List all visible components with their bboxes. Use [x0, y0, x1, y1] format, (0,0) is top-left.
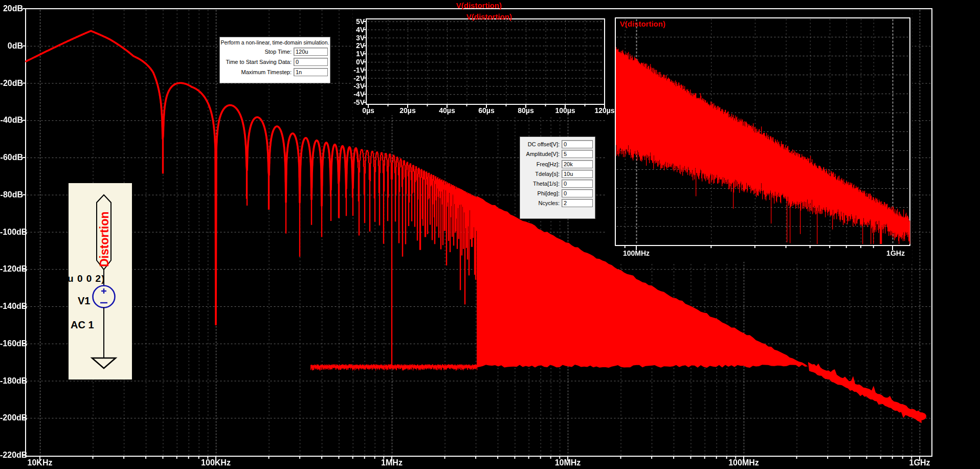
net-label-distortion[interactable]: Distortion: [98, 211, 111, 267]
sine-field-label: Freq[Hz]:: [520, 161, 562, 167]
time-inset-x-label: 20µs: [390, 106, 425, 115]
time-inset-x-label: 0µs: [351, 106, 386, 115]
main-x-axis-label: 1GHz: [897, 458, 943, 467]
time-inset-x-label: 120µs: [587, 106, 622, 115]
time-inset-x-label: 40µs: [430, 106, 464, 115]
sine-field-row: DC offset[V]:: [520, 140, 595, 148]
ac-spec-text[interactable]: AC 1: [71, 319, 94, 330]
time-inset-y-label: 3V: [338, 34, 365, 42]
time-inset-y-label: -1V: [338, 66, 365, 74]
sine-field-label: Theta[1/s]:: [520, 181, 562, 187]
rf-inset-trace-title[interactable]: V(distortion): [620, 19, 665, 28]
main-y-axis-label: -60dB: [0, 153, 23, 162]
time-inset-y-label: -5V: [338, 98, 365, 106]
rf-inset-x-label: 1GHz: [878, 249, 914, 257]
transient-field-label: Stop Time:: [220, 49, 294, 55]
designator-v1[interactable]: V1: [78, 295, 90, 306]
sine-field-label: Phi[deg]:: [520, 190, 562, 196]
transient-dialog[interactable]: Perform a non-linear, time-domain simula…: [219, 37, 330, 83]
time-inset-y-label: -4V: [338, 90, 365, 98]
time-inset-y-label: 1V: [338, 50, 365, 58]
sine-field-row: Ncycles:: [520, 199, 595, 207]
main-y-axis-label: -120dB: [0, 264, 23, 274]
sine-field-row: Tdelay[s]:: [520, 170, 595, 178]
time-inset-x-label: 60µs: [469, 106, 504, 115]
main-y-axis-label: -180dB: [0, 376, 23, 386]
transient-dialog-title: Perform a non-linear, time-domain simula…: [220, 39, 330, 46]
ground-symbol[interactable]: [92, 358, 116, 368]
transient-field-input[interactable]: [294, 58, 328, 66]
main-y-axis-label: -140dB: [0, 302, 23, 311]
schematic-canvas: Distortion V1 u 0 0 2) AC 1: [69, 183, 132, 379]
main-trace-title[interactable]: V(distortion): [456, 1, 502, 10]
ltspice-window: { "app": {"background": "#000000"}, "col…: [0, 0, 980, 469]
sine-field-row: Phi[deg]:: [520, 189, 595, 197]
transient-field-input[interactable]: [294, 48, 328, 56]
transient-field-label: Time to Start Saving Data:: [220, 59, 294, 65]
transient-field-row: Stop Time:: [220, 48, 330, 56]
sine-source-dialog[interactable]: DC offset[V]:Amplitude[V]:Freq[Hz]:Tdela…: [520, 137, 595, 219]
main-y-axis-label: -100dB: [0, 228, 23, 237]
sine-field-input[interactable]: [562, 180, 593, 188]
main-x-axis-label: 10KHz: [17, 458, 63, 467]
main-x-axis-label: 100MHz: [721, 458, 767, 467]
sine-field-label: Tdelay[s]:: [520, 171, 562, 177]
sine-field-input[interactable]: [562, 189, 593, 197]
time-inset-trace-title[interactable]: V(distortion): [466, 12, 512, 21]
transient-field-label: Maximum Timestep:: [220, 69, 294, 75]
sine-field-row: Amplitude[V]:: [520, 150, 595, 158]
waveform-plot-pane[interactable]: [0, 0, 980, 469]
transient-field-input[interactable]: [294, 68, 328, 76]
sine-field-label: Amplitude[V]:: [520, 151, 562, 157]
main-y-axis-label: -20dB: [0, 79, 23, 88]
main-y-axis-label: -80dB: [0, 190, 23, 199]
sine-field-input[interactable]: [562, 140, 593, 148]
time-inset-y-label: -2V: [338, 74, 365, 82]
main-y-axis-label: -40dB: [0, 116, 23, 125]
sine-field-input[interactable]: [562, 170, 593, 178]
sine-field-input[interactable]: [562, 199, 593, 207]
sine-field-row: Theta[1/s]:: [520, 180, 595, 188]
time-inset-y-label: -3V: [338, 82, 365, 90]
spice-directive-fragment[interactable]: u 0 0 2): [69, 273, 105, 284]
sine-field-label: Ncycles:: [520, 200, 562, 206]
main-y-axis-label: 0dB: [0, 41, 23, 51]
time-inset-x-label: 100µs: [548, 106, 583, 115]
main-x-axis-label: 100KHz: [193, 458, 239, 467]
main-y-axis-label: 20dB: [0, 4, 23, 13]
time-inset-y-label: 2V: [338, 41, 365, 50]
time-inset-y-label: 4V: [338, 26, 365, 34]
sine-field-row: Freq[Hz]:: [520, 160, 595, 168]
main-x-axis-label: 10MHz: [545, 458, 591, 467]
schematic-fragment[interactable]: Distortion V1 u 0 0 2) AC 1: [69, 183, 132, 379]
time-inset-y-label: 0V: [338, 58, 365, 66]
sine-field-input[interactable]: [562, 150, 593, 158]
main-y-axis-label: -200dB: [0, 413, 23, 422]
sine-field-input[interactable]: [562, 160, 593, 168]
time-inset-y-label: 5V: [338, 17, 365, 26]
time-inset-x-label: 80µs: [508, 106, 543, 115]
sine-field-label: DC offset[V]:: [520, 141, 562, 147]
rf-inset-x-label: 100MHz: [616, 249, 657, 257]
transient-field-row: Time to Start Saving Data:: [220, 58, 330, 66]
main-y-axis-label: -160dB: [0, 339, 23, 348]
transient-field-row: Maximum Timestep:: [220, 68, 330, 76]
main-x-axis-label: 1MHz: [369, 458, 415, 467]
